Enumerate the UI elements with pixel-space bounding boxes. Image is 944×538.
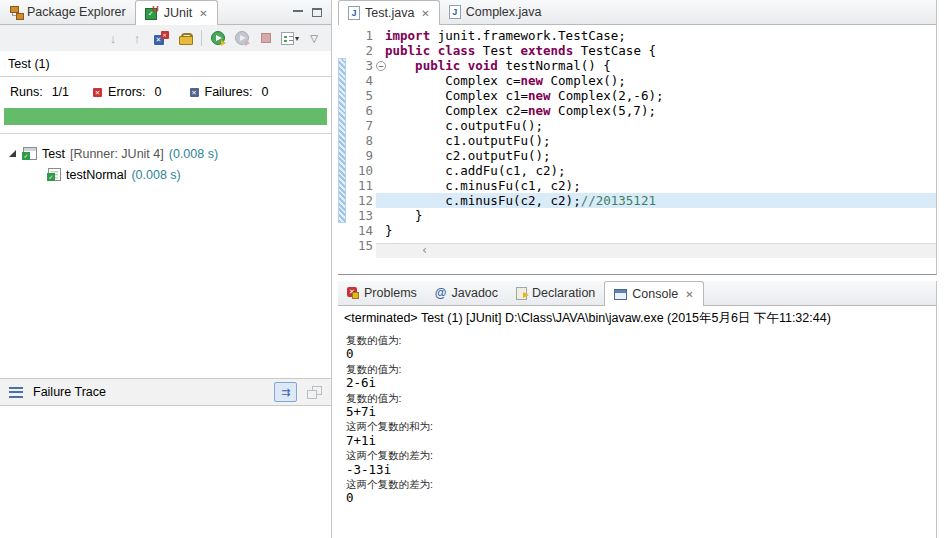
test-suite-icon [22, 147, 37, 160]
console-line: 复数的值为: [346, 333, 928, 347]
code-editor[interactable]: 123456789101112131415 import junit.frame… [338, 25, 936, 258]
failure-icon [190, 88, 199, 97]
code-line[interactable]: c.addFu(c1, c2); [376, 163, 936, 178]
console-status-line: <terminated> Test (1) [JUnit] D:\Class\J… [338, 306, 936, 329]
line-numbers[interactable]: 123456789101112131415 [346, 28, 373, 253]
tab-label: Complex.java [466, 5, 542, 19]
tab-console[interactable]: Console ✕ [604, 281, 703, 306]
tree-expanded-icon[interactable] [9, 150, 16, 157]
problems-icon [347, 287, 359, 299]
previous-failed-test-button[interactable]: ↑ [127, 28, 147, 48]
line-number[interactable]: 3 [346, 58, 373, 73]
code-line[interactable]: c1.outputFu(); [376, 133, 936, 148]
tab-test-java[interactable]: Test.java ✕ [338, 0, 440, 25]
junit-icon [145, 6, 159, 20]
tab-label: Package Explorer [27, 5, 126, 19]
line-number[interactable]: 6 [346, 103, 373, 118]
arrow-down-icon: ↓ [110, 31, 117, 46]
tab-junit[interactable]: JUnit ✕ [135, 0, 218, 25]
console-line: 这两个复数的和为: [346, 419, 928, 433]
editor-tab-bar: Test.java ✕ Complex.java [338, 0, 936, 25]
failure-trace-header: Failure Trace [0, 378, 331, 406]
minimize-icon[interactable] [293, 10, 303, 19]
close-icon[interactable]: ✕ [199, 8, 207, 19]
code-line[interactable]: c.minusFu(c1, c2); [376, 178, 936, 193]
declaration-icon [516, 287, 527, 300]
run-counters: Runs: 1/1 Errors: 0 Failures: 0 [0, 77, 331, 102]
rerun-test-button[interactable] [208, 28, 228, 48]
suite-name: Test [42, 147, 65, 161]
console-line: 7+1i [346, 434, 928, 448]
junit-toolbar: ↓ ↑ ▾ ▽ [0, 25, 331, 51]
test-run-history-button[interactable]: ▾ [280, 28, 300, 48]
eclipse-window: Package Explorer JUnit ✕ ↓ ↑ ▾ ▽ Te [0, 0, 944, 538]
failures-label: Failures: [205, 85, 253, 99]
rerun-icon [211, 31, 225, 45]
console-area: Problems @ Javadoc Declaration Console ✕… [338, 281, 937, 538]
code-line[interactable]: Complex c2=new Complex(5,7); [376, 103, 936, 118]
line-number[interactable]: 11 [346, 178, 373, 193]
maximize-icon[interactable] [312, 8, 322, 17]
tab-label: Problems [364, 286, 417, 300]
code-line[interactable]: public void testNormal() { [376, 58, 936, 73]
show-failures-only-button[interactable] [151, 28, 171, 48]
console-line: 2-6i [346, 376, 928, 390]
code-line[interactable]: c.minusFu(c2, c2);//20135121 [376, 193, 936, 208]
close-icon[interactable]: ✕ [685, 289, 693, 300]
tree-node-test-method[interactable]: testNormal (0.008 s) [0, 164, 331, 185]
code-line[interactable]: } [376, 223, 936, 238]
code-line[interactable]: import junit.framework.TestCase; [376, 28, 936, 43]
line-number[interactable]: 10 [346, 163, 373, 178]
code-line[interactable]: } [376, 208, 936, 223]
code-line[interactable]: Complex c1=new Complex(2,-6); [376, 88, 936, 103]
line-number[interactable]: 14 [346, 223, 373, 238]
line-number[interactable]: 7 [346, 118, 373, 133]
line-number[interactable]: 1 [346, 28, 373, 43]
errors-label: Errors: [108, 85, 146, 99]
line-number[interactable]: 5 [346, 88, 373, 103]
tab-declaration[interactable]: Declaration [507, 281, 604, 305]
test-count: Test (1) [0, 51, 331, 77]
line-number[interactable]: 2 [346, 43, 373, 58]
line-number[interactable]: 15 [346, 238, 373, 253]
editor-area: Test.java ✕ Complex.java 123456789101112… [338, 0, 937, 275]
stop-icon [261, 33, 271, 43]
dropdown-arrow-icon: ▾ [295, 34, 299, 43]
tree-node-test-suite[interactable]: Test [Runner: JUnit 4] (0.008 s) [0, 143, 331, 164]
stop-test-button[interactable] [256, 28, 276, 48]
package-explorer-icon [9, 6, 22, 19]
line-number[interactable]: 12 [346, 193, 373, 208]
lock-icon [179, 32, 191, 45]
test-progress-bar [4, 108, 327, 125]
tab-label: Declaration [532, 286, 595, 300]
compare-result-icon[interactable] [307, 386, 322, 399]
rerun-failed-first-button[interactable] [232, 28, 252, 48]
console-icon [614, 289, 627, 300]
console-line: -3-13i [346, 463, 928, 477]
menu-lines-icon[interactable] [9, 387, 23, 398]
filter-stack-trace-button[interactable] [274, 382, 297, 402]
line-number[interactable]: 13 [346, 208, 373, 223]
arrow-up-icon: ↑ [134, 31, 141, 46]
code-line[interactable]: public class Test extends TestCase { [376, 43, 936, 58]
scroll-lock-button[interactable] [175, 28, 195, 48]
history-icon [281, 32, 294, 45]
console-line: 复数的值为: [346, 391, 928, 405]
close-icon[interactable]: ✕ [421, 8, 429, 19]
error-icon [93, 88, 102, 97]
code-line[interactable]: Complex c=new Complex(); [376, 73, 936, 88]
code-line[interactable]: c2.outputFu(); [376, 148, 936, 163]
code-line[interactable]: c.outputFu(); [376, 118, 936, 133]
tab-problems[interactable]: Problems [338, 281, 426, 305]
range-indicator [338, 58, 346, 223]
line-number[interactable]: 4 [346, 73, 373, 88]
tab-label: Test.java [365, 6, 414, 20]
tab-javadoc[interactable]: @ Javadoc [426, 281, 507, 305]
horizontal-scrollbar[interactable] [376, 243, 936, 258]
line-number[interactable]: 8 [346, 133, 373, 148]
tab-package-explorer[interactable]: Package Explorer [0, 0, 135, 24]
next-failed-test-button[interactable]: ↓ [103, 28, 123, 48]
tab-complex-java[interactable]: Complex.java [440, 0, 551, 24]
view-menu-button[interactable]: ▽ [304, 28, 324, 48]
line-number[interactable]: 9 [346, 148, 373, 163]
